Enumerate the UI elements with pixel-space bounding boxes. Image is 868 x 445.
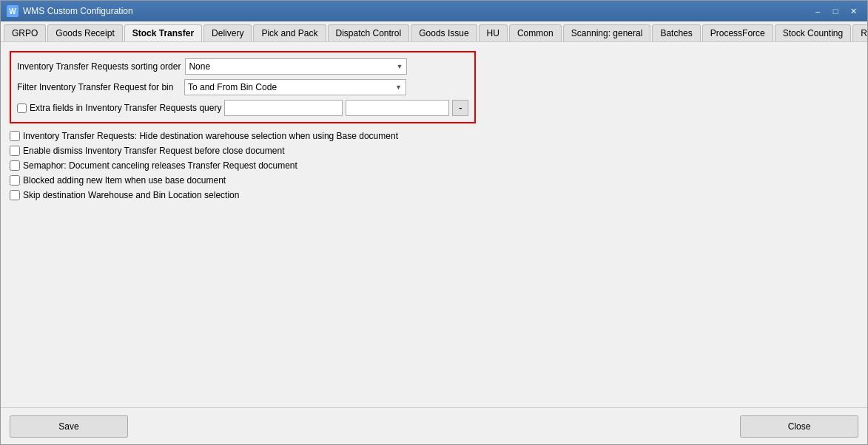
- title-bar-controls: – □ ✕: [810, 4, 861, 18]
- maximize-button[interactable]: □: [827, 4, 844, 18]
- minus-button[interactable]: -: [452, 100, 468, 116]
- checkbox-3[interactable]: [10, 160, 20, 171]
- extra-fields-row: Extra fields in Inventory Transfer Reque…: [17, 100, 468, 116]
- tab-goods-issue[interactable]: Goods Issue: [411, 24, 477, 41]
- sorting-order-row: Inventory Transfer Requests sorting orde…: [17, 58, 468, 75]
- minimize-button[interactable]: –: [810, 4, 826, 18]
- checkbox-label-1: Inventory Transfer Requests: Hide destin…: [23, 131, 398, 141]
- checkbox-row-2: Enable dismiss Inventory Transfer Reques…: [10, 146, 858, 156]
- checkbox-row-1: Inventory Transfer Requests: Hide destin…: [10, 131, 858, 141]
- close-button-footer[interactable]: Close: [740, 415, 858, 438]
- checkbox-1[interactable]: [10, 131, 20, 141]
- checkbox-row-5: Skip destination Warehouse and Bin Locat…: [10, 190, 858, 200]
- tab-scanning-general[interactable]: Scanning: general: [563, 24, 651, 41]
- tab-bar: GRPO Goods Receipt Stock Transfer Delive…: [1, 21, 867, 42]
- extra-fields-checkbox[interactable]: [17, 103, 27, 113]
- filter-bin-select-wrapper: To and From Bin Code To Bin Code From Bi…: [184, 79, 406, 95]
- tab-common[interactable]: Common: [509, 24, 562, 41]
- main-window: W WMS Custom Configuration – □ ✕ GRPO Go…: [0, 0, 868, 445]
- checkbox-label-4: Blocked adding new Item when use base do…: [23, 175, 226, 186]
- checkbox-2[interactable]: [10, 146, 20, 156]
- tab-stock-counting[interactable]: Stock Counting: [775, 24, 851, 41]
- filter-bin-select[interactable]: To and From Bin Code To Bin Code From Bi…: [184, 79, 406, 95]
- sorting-order-label: Inventory Transfer Requests sorting orde…: [17, 61, 181, 72]
- checkbox-5[interactable]: [10, 190, 20, 200]
- extra-fields-input2[interactable]: [346, 100, 449, 116]
- sorting-order-select-wrapper: None By Date By Document Number: [185, 58, 407, 75]
- filter-bin-label: Filter Inventory Transfer Request for bi…: [17, 82, 180, 92]
- tab-pick-and-pack[interactable]: Pick and Pack: [253, 24, 326, 41]
- checkbox-row-4: Blocked adding new Item when use base do…: [10, 175, 858, 186]
- tab-goods-receipt[interactable]: Goods Receipt: [47, 24, 122, 41]
- window-title: WMS Custom Configuration: [23, 6, 133, 16]
- checkbox-label-5: Skip destination Warehouse and Bin Locat…: [23, 190, 239, 200]
- tab-batches[interactable]: Batches: [652, 24, 700, 41]
- extra-fields-label: Extra fields in Inventory Transfer Reque…: [30, 103, 221, 113]
- tab-delivery[interactable]: Delivery: [203, 24, 252, 41]
- tab-dispatch-control[interactable]: Dispatch Control: [328, 24, 410, 41]
- tab-return[interactable]: Return: [852, 24, 867, 41]
- tab-processforce[interactable]: ProcessForce: [702, 24, 773, 41]
- checkbox-4[interactable]: [10, 175, 20, 186]
- extra-fields-input1[interactable]: [224, 100, 343, 116]
- content-area: Inventory Transfer Requests sorting orde…: [1, 42, 867, 407]
- sorting-order-select[interactable]: None By Date By Document Number: [185, 58, 407, 75]
- bottom-bar: Save Close: [1, 407, 867, 444]
- tab-hu[interactable]: HU: [479, 24, 508, 41]
- save-button[interactable]: Save: [10, 415, 128, 438]
- title-bar: W WMS Custom Configuration – □ ✕: [1, 1, 867, 21]
- highlighted-section: Inventory Transfer Requests sorting orde…: [10, 51, 476, 123]
- checkbox-label-3: Semaphor: Document canceling releases Tr…: [23, 160, 297, 171]
- checkbox-list: Inventory Transfer Requests: Hide destin…: [10, 131, 858, 200]
- checkbox-label-2: Enable dismiss Inventory Transfer Reques…: [23, 146, 285, 156]
- filter-bin-row: Filter Inventory Transfer Request for bi…: [17, 79, 468, 95]
- title-bar-left: W WMS Custom Configuration: [7, 5, 133, 17]
- app-icon: W: [7, 5, 18, 17]
- tab-stock-transfer[interactable]: Stock Transfer: [124, 24, 202, 42]
- checkbox-row-3: Semaphor: Document canceling releases Tr…: [10, 160, 858, 171]
- tab-grpo[interactable]: GRPO: [4, 24, 46, 41]
- close-button[interactable]: ✕: [845, 4, 861, 18]
